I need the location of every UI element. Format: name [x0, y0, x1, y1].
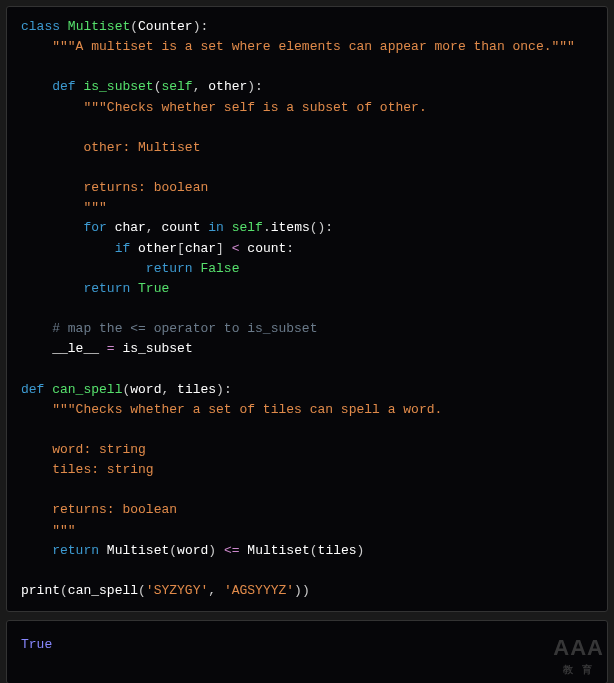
- var-char: char: [115, 220, 146, 235]
- docstring-line: returns: boolean: [52, 502, 177, 517]
- const-true: True: [138, 281, 169, 296]
- param-tiles: tiles: [177, 382, 216, 397]
- function-name: can_spell: [52, 382, 122, 397]
- var-other: other: [138, 241, 177, 256]
- comment: # map the <= operator to is_subset: [52, 321, 317, 336]
- param-other: other: [208, 79, 247, 94]
- keyword-return: return: [52, 543, 99, 558]
- var-count: count: [247, 241, 286, 256]
- keyword-def: def: [52, 79, 75, 94]
- keyword-for: for: [83, 220, 106, 235]
- keyword-return: return: [83, 281, 130, 296]
- param-word: word: [130, 382, 161, 397]
- param-self: self: [161, 79, 192, 94]
- base-class: Counter: [138, 19, 193, 34]
- call-multiset: Multiset: [107, 543, 169, 558]
- self-ref: self: [232, 220, 263, 235]
- docstring-line: """Checks whether self is a subset of ot…: [83, 100, 426, 115]
- const-false: False: [200, 261, 239, 276]
- class-name: Multiset: [68, 19, 130, 34]
- docstring-line: """Checks whether a set of tiles can spe…: [52, 402, 442, 417]
- docstring: """A multiset is a set where elements ca…: [52, 39, 575, 54]
- docstring-line: word: string: [52, 442, 146, 457]
- method-items: items: [271, 220, 310, 235]
- keyword-class: class: [21, 19, 60, 34]
- method-name: is_subset: [83, 79, 153, 94]
- var-char: char: [185, 241, 216, 256]
- arg-tiles: tiles: [318, 543, 357, 558]
- var-count: count: [161, 220, 200, 235]
- arg-word: word: [177, 543, 208, 558]
- docstring-line: returns: boolean: [83, 180, 208, 195]
- keyword-return: return: [146, 261, 193, 276]
- ref-is-subset: is_subset: [122, 341, 192, 356]
- docstring-close: """: [83, 200, 106, 215]
- call-can-spell: can_spell: [68, 583, 138, 598]
- keyword-in: in: [208, 220, 224, 235]
- docstring-line: other: Multiset: [83, 140, 200, 155]
- output-block: True: [6, 620, 608, 683]
- operator-lt: <: [232, 241, 240, 256]
- operator-le: <=: [224, 543, 240, 558]
- code-block: class Multiset(Counter): """A multiset i…: [6, 6, 608, 612]
- operator-assign: =: [107, 341, 115, 356]
- string-literal: 'AGSYYYZ': [224, 583, 294, 598]
- string-literal: 'SYZYGY': [146, 583, 208, 598]
- docstring-close: """: [52, 523, 75, 538]
- keyword-if: if: [115, 241, 131, 256]
- call-multiset: Multiset: [247, 543, 309, 558]
- output-text: True: [21, 637, 52, 652]
- keyword-def: def: [21, 382, 44, 397]
- dunder-le: __le__: [52, 341, 99, 356]
- call-print: print: [21, 583, 60, 598]
- docstring-line: tiles: string: [52, 462, 153, 477]
